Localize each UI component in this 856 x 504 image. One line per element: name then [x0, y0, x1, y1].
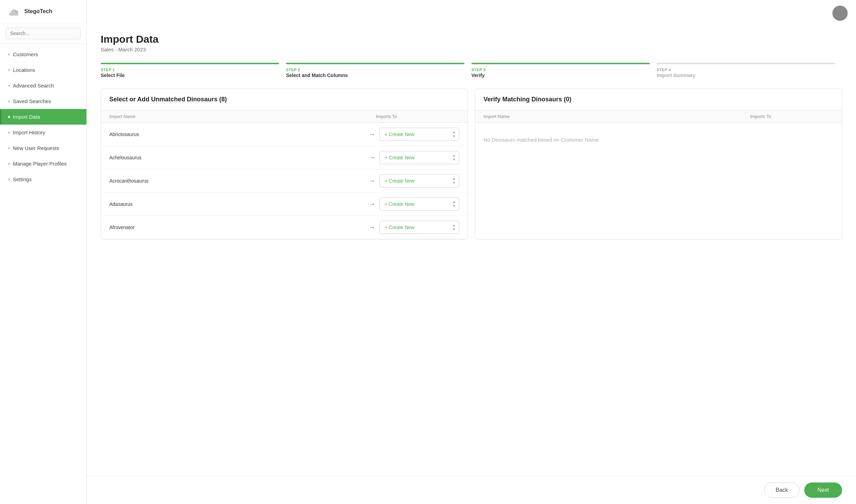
step-1-name: Select File [101, 73, 279, 78]
step-4-label: STEP 4 [657, 68, 835, 72]
step-2-name: Select and Match Columns [286, 73, 464, 78]
dot-icon [8, 69, 10, 71]
arrow-icon: → [369, 177, 375, 185]
dino-name: Achelousaurus [109, 155, 369, 160]
table-row: Achelousaurus → + Create New ▲▼ [101, 146, 468, 169]
footer-bar: Back Next [87, 476, 856, 504]
main-content: Import Data Sales - March 2023 STEP 1 Se… [87, 0, 856, 504]
sidebar-item-import-data[interactable]: Import Data [0, 109, 86, 125]
dino-name: Acrocanthosaurus [109, 178, 369, 184]
select-wrapper: + Create New ▲▼ [379, 151, 459, 164]
table-row: Adasaurus → + Create New ▲▼ [101, 193, 468, 216]
dino-select[interactable]: + Create New [379, 198, 459, 211]
step-1-label: STEP 1 [101, 68, 279, 72]
svg-point-1 [15, 10, 18, 13]
sidebar-item-saved-searches[interactable]: Saved Searches [0, 93, 86, 109]
sidebar-item-advanced-search[interactable]: Advanced Search [0, 78, 86, 93]
step-4-line [657, 63, 835, 64]
dot-icon [8, 53, 10, 56]
dino-select[interactable]: + Create New [379, 221, 459, 234]
step-2: STEP 2 Select and Match Columns [286, 63, 471, 78]
next-button[interactable]: Next [804, 482, 842, 498]
page-subtitle: Sales - March 2023 [101, 47, 842, 52]
dot-icon [8, 147, 10, 149]
sidebar-item-customers[interactable]: Customers [0, 47, 86, 62]
back-button[interactable]: Back [764, 482, 800, 498]
svg-rect-7 [9, 14, 10, 16]
sidebar-item-new-user-requests[interactable]: New User Requests [0, 140, 86, 156]
table-row: Afrovenator → + Create New ▲▼ [101, 216, 468, 239]
avatar[interactable] [832, 6, 848, 21]
dot-icon [8, 163, 10, 165]
step-4: STEP 4 Import Summary [657, 63, 842, 78]
step-1: STEP 1 Select File [101, 63, 286, 78]
step-3-line [471, 63, 650, 64]
panels: Select or Add Unmatched Dinosaurs (8) Im… [101, 89, 842, 240]
sidebar-item-import-history[interactable]: Import History [0, 125, 86, 140]
dot-icon [8, 178, 10, 180]
right-col-import-name-label: Import Name [484, 114, 750, 119]
sidebar-item-settings[interactable]: Settings [0, 171, 86, 187]
step-2-line [286, 63, 464, 64]
sidebar-item-manage-player-profiles[interactable]: Manage Player Profiles [0, 156, 86, 171]
arrow-icon: → [369, 154, 375, 161]
left-col-headers: Import Name Imports To [101, 110, 468, 123]
col-imports-to-label: Imports To [376, 114, 459, 119]
dot-icon [8, 85, 10, 87]
dot-icon [8, 132, 10, 134]
step-3: STEP 3 Verify [471, 63, 657, 78]
step-3-label: STEP 3 [471, 68, 650, 72]
left-panel-header: Select or Add Unmatched Dinosaurs (8) [101, 89, 468, 110]
svg-rect-9 [15, 14, 16, 16]
app-name: StegoTech [24, 8, 52, 15]
arrow-icon: → [369, 131, 375, 138]
svg-point-6 [17, 11, 18, 11]
content-area: Import Data Sales - March 2023 STEP 1 Se… [87, 26, 856, 504]
right-col-headers: Import Name Imports To [475, 110, 842, 123]
logo-area: StegoTech [0, 0, 86, 23]
top-bar [87, 0, 856, 26]
arrow-icon: → [369, 224, 375, 231]
svg-rect-8 [11, 14, 12, 16]
dino-name: Adasaurus [109, 201, 369, 207]
dino-name: Abrictosaurus [109, 132, 369, 137]
right-panel-title: Verify Matching Dinosaurs (0) [484, 96, 833, 103]
dot-icon [8, 100, 10, 102]
col-import-name-label: Import Name [109, 114, 376, 119]
sidebar-nav: Customers Locations Advanced Search Save… [0, 44, 86, 190]
empty-state: No Dinosaurs matched based on Customer N… [475, 123, 842, 157]
steps-bar: STEP 1 Select File STEP 2 Select and Mat… [101, 63, 842, 78]
step-2-label: STEP 2 [286, 68, 464, 72]
dino-select[interactable]: + Create New [379, 151, 459, 164]
sidebar: StegoTech Customers Locations Advanced S… [0, 0, 87, 504]
step-3-name: Verify [471, 73, 650, 78]
select-wrapper: + Create New ▲▼ [379, 221, 459, 234]
left-panel-title: Select or Add Unmatched Dinosaurs (8) [109, 96, 459, 103]
step-4-name: Import Summary [657, 73, 835, 78]
search-input[interactable] [6, 27, 81, 39]
sidebar-item-locations[interactable]: Locations [0, 62, 86, 78]
right-panel: Verify Matching Dinosaurs (0) Import Nam… [475, 89, 842, 240]
dino-select[interactable]: + Create New [379, 174, 459, 187]
select-wrapper: + Create New ▲▼ [379, 128, 459, 141]
table-row: Acrocanthosaurus → + Create New ▲▼ [101, 169, 468, 193]
svg-rect-10 [17, 14, 18, 16]
select-wrapper: + Create New ▲▼ [379, 198, 459, 211]
left-panel: Select or Add Unmatched Dinosaurs (8) Im… [101, 89, 468, 240]
logo-icon [7, 6, 21, 17]
arrow-icon: → [369, 201, 375, 208]
right-panel-header: Verify Matching Dinosaurs (0) [475, 89, 842, 110]
right-col-imports-to-label: Imports To [750, 114, 833, 119]
search-area [0, 23, 86, 44]
dino-select[interactable]: + Create New [379, 128, 459, 141]
select-wrapper: + Create New ▲▼ [379, 174, 459, 187]
dot-icon [8, 116, 10, 118]
table-row: Abrictosaurus → + Create New ▲▼ [101, 123, 468, 146]
step-1-line [101, 63, 279, 64]
page-title: Import Data [101, 33, 842, 45]
dino-name: Afrovenator [109, 225, 369, 230]
